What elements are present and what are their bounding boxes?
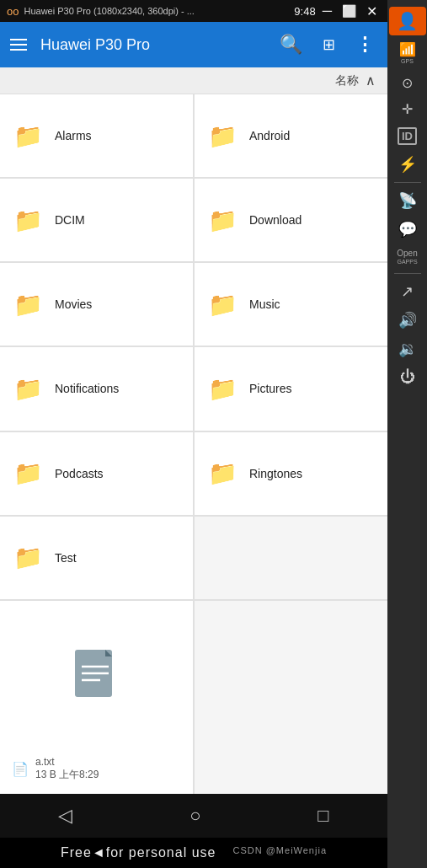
power-icon: ⏻ [400, 368, 415, 386]
rss-icon: 📡 [398, 191, 417, 210]
folder-icon: 📁 [208, 206, 238, 234]
minimize-icon[interactable]: ─ [319, 3, 335, 19]
file-preview-atxt[interactable]: 📄 a.txt 13 B 上午8:29 [0, 601, 193, 794]
more-options-icon[interactable]: ⋮ [352, 30, 377, 59]
share-icon: ↗ [401, 282, 414, 301]
folder-name: Pictures [249, 382, 292, 395]
folder-icon: 📁 [13, 544, 43, 571]
empty-cell-2 [195, 601, 387, 794]
folder-name: Movies [55, 297, 92, 311]
search-icon[interactable]: 🔍 [276, 30, 306, 59]
home-button[interactable]: ○ [183, 798, 207, 833]
sidebar-share-tool[interactable]: ↗ [389, 278, 426, 305]
sidebar-gapps-tool[interactable]: Open GAPPS [389, 244, 426, 270]
folder-name: Android [249, 129, 290, 142]
folder-name: DCIM [55, 213, 85, 227]
folder-name: Notifications [55, 382, 119, 395]
app-bar: Huawei P30 Pro 🔍 ⊞ ⋮ [0, 22, 387, 67]
folder-icon: 📁 [13, 375, 43, 403]
folder-notifications[interactable]: 📁 Notifications [0, 347, 193, 430]
folder-pictures[interactable]: 📁 Pictures [195, 347, 387, 430]
camera-icon: ⊙ [402, 75, 413, 91]
gps-icon: 📶 [399, 41, 416, 57]
folder-name: Podcasts [55, 467, 104, 480]
volume-down-icon: 🔉 [398, 340, 417, 358]
sidebar-rss-tool[interactable]: 📡 [389, 187, 426, 214]
folder-download[interactable]: 📁 Download [195, 179, 387, 261]
time-display: 9:48 [294, 5, 315, 18]
sidebar-chat-tool[interactable]: 💬 [389, 216, 426, 243]
folder-name: Download [249, 213, 302, 227]
folder-music[interactable]: 📁 Music [195, 263, 387, 346]
file-grid: 📁 Alarms 📁 Android 📁 DCIM 📁 Download 📁 M… [0, 94, 387, 794]
file-info: 📄 a.txt 13 B 上午8:29 [12, 756, 99, 782]
folder-podcasts[interactable]: 📁 Podcasts [0, 432, 193, 515]
folder-icon: 📁 [13, 459, 43, 487]
gapps-icon: Open [397, 249, 417, 258]
empty-cell [195, 517, 387, 599]
file-small-icon: 📄 [12, 761, 29, 777]
sidebar-gps-tool[interactable]: 📶 GPS [389, 37, 426, 69]
folder-name: Music [249, 297, 280, 311]
folder-name: Alarms [55, 129, 92, 142]
sidebar-separator-2 [394, 273, 421, 274]
sidebar-power-tool[interactable]: ⏻ [389, 364, 426, 390]
gapps-label: GAPPS [397, 259, 417, 265]
close-icon[interactable]: ✕ [363, 3, 381, 19]
recents-button[interactable]: □ [311, 798, 335, 833]
status-bar: oo Huawei P30 Pro (1080x2340, 360dpi) - … [0, 0, 387, 22]
folder-icon: 📁 [13, 122, 43, 150]
carrier-icon: oo [7, 5, 19, 18]
watermark-text: Free◄for personal use CSDN @MeiWenjia [61, 845, 327, 860]
sort-direction-icon[interactable]: ∧ [366, 72, 376, 88]
flash-icon: ⚡ [398, 155, 417, 174]
navigation-bar: ◁ ○ □ [0, 794, 387, 838]
app-title: Huawei P30 Pro [40, 36, 263, 54]
folder-name: Test [55, 551, 77, 565]
file-doc-icon [72, 648, 122, 721]
sidebar-person-tool[interactable]: 👤 [389, 7, 426, 35]
sidebar-voldown-tool[interactable]: 🔉 [389, 335, 426, 362]
back-button[interactable]: ◁ [51, 798, 79, 833]
sort-bar: 名称 ∧ [0, 67, 387, 94]
right-sidebar: 👤 📶 GPS ⊙ ✛ ID ⚡ 📡 💬 Open GAPPS ↗ 🔊 🔉 [387, 0, 427, 868]
sidebar-flash-tool[interactable]: ⚡ [389, 151, 426, 178]
file-filename: a.txt [35, 756, 99, 768]
move-icon: ✛ [402, 101, 413, 117]
folder-icon: 📁 [13, 291, 43, 319]
folder-icon: 📁 [208, 291, 238, 319]
folder-icon: 📁 [13, 206, 43, 234]
folder-icon: 📁 [208, 122, 238, 150]
volume-up-icon: 🔊 [398, 311, 417, 330]
person-icon: 👤 [397, 11, 418, 31]
folder-icon: 📁 [208, 375, 238, 403]
file-meta: 13 B 上午8:29 [35, 768, 99, 782]
folder-ringtones[interactable]: 📁 Ringtones [195, 432, 387, 515]
chat-icon: 💬 [398, 220, 417, 238]
gps-label: GPS [401, 58, 414, 65]
sidebar-id-tool[interactable]: ID [389, 123, 426, 149]
folder-dcim[interactable]: 📁 DCIM [0, 179, 193, 261]
sidebar-separator [394, 182, 421, 183]
folder-alarms[interactable]: 📁 Alarms [0, 94, 193, 177]
sidebar-move-tool[interactable]: ✛ [389, 97, 426, 121]
folder-test[interactable]: 📁 Test [0, 517, 193, 599]
id-icon: ID [398, 127, 417, 145]
folder-android[interactable]: 📁 Android [195, 94, 387, 177]
menu-icon[interactable] [10, 39, 27, 51]
watermark-bar: Free◄for personal use CSDN @MeiWenjia [0, 838, 387, 868]
sidebar-volup-tool[interactable]: 🔊 [389, 307, 426, 334]
sort-label: 名称 [335, 73, 359, 88]
app-label: Huawei P30 Pro (1080x2340, 360dpi) - ... [24, 6, 194, 16]
restore-icon[interactable]: ⬜ [339, 4, 360, 18]
folder-name: Ringtones [249, 467, 302, 480]
folder-icon: 📁 [208, 459, 238, 487]
folder-movies[interactable]: 📁 Movies [0, 263, 193, 346]
sidebar-camera-tool[interactable]: ⊙ [389, 71, 426, 95]
grid-view-icon[interactable]: ⊞ [319, 32, 339, 57]
